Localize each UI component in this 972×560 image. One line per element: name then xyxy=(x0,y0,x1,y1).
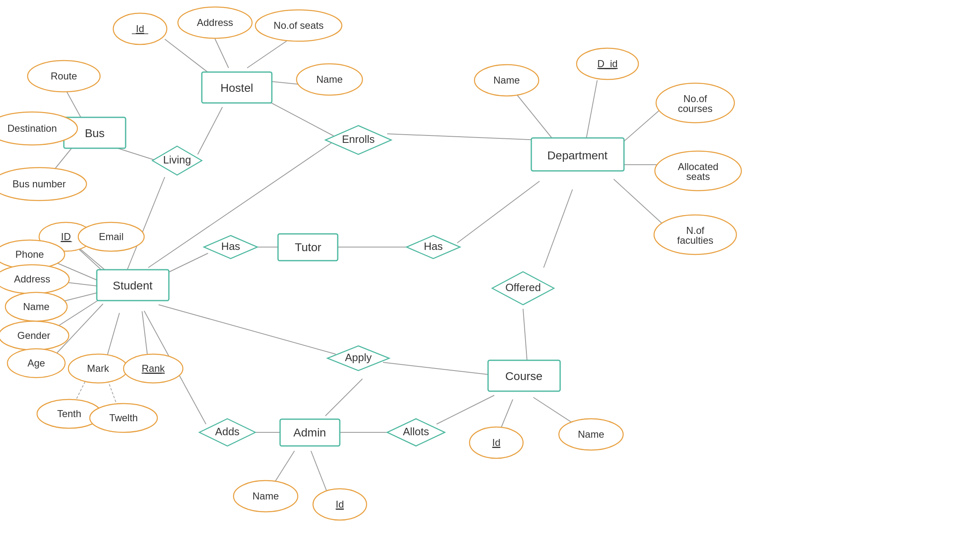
svg-line-32 xyxy=(614,179,663,224)
svg-line-9 xyxy=(264,99,334,136)
attr-dept-courses-label2: courses xyxy=(678,103,713,114)
attr-hostel-name-label: Name xyxy=(316,74,343,85)
attr-dept-did-label: D_id xyxy=(597,58,617,69)
attr-student-gender-label: Gender xyxy=(17,330,50,341)
attr-dept-faculties-label: N.of xyxy=(686,225,704,236)
attr-dept-seats-label: Allocated xyxy=(678,161,719,172)
entity-tutor-label: Tutor xyxy=(295,241,321,254)
entity-admin-label: Admin xyxy=(293,426,326,439)
entity-course-label: Course xyxy=(505,370,542,383)
entity-student-label: Student xyxy=(113,279,153,292)
attr-hostel-seats-label: No.of seats xyxy=(273,20,323,31)
attr-student-email-label: Email xyxy=(99,231,124,242)
attr-student-phone-label: Phone xyxy=(15,249,44,260)
attr-course-id-label: Id xyxy=(492,437,500,448)
attr-bus-destination-label: Destination xyxy=(7,123,57,134)
relation-has-right-label: Has xyxy=(424,240,443,252)
svg-line-27 xyxy=(457,181,540,243)
svg-line-35 xyxy=(159,305,336,354)
attr-student-age-label: Age xyxy=(28,357,45,369)
relation-allots-label: Allots xyxy=(403,425,429,438)
attr-dept-courses-label: No.of xyxy=(683,93,707,104)
attr-student-twelth-label: Twelth xyxy=(109,412,138,423)
svg-line-33 xyxy=(544,189,572,268)
svg-line-4 xyxy=(198,107,222,154)
relation-offered-label: Offered xyxy=(505,281,541,294)
relation-enrolls-label: Enrolls xyxy=(342,133,374,145)
attr-student-tenth-label: Tenth xyxy=(57,408,82,419)
attr-hostel-id-label: Id xyxy=(136,23,144,34)
attr-student-mark-label: Mark xyxy=(87,363,109,374)
attr-hostel-address-label: Address xyxy=(197,17,233,28)
attr-student-rank-label: Rank xyxy=(142,363,165,374)
svg-line-42 xyxy=(325,379,362,416)
attr-admin-name-label: Name xyxy=(252,490,279,502)
attr-dept-faculties-label2: faculties xyxy=(677,235,713,246)
er-diagram: Bus Hostel Student Tutor Department Cour… xyxy=(0,0,972,560)
attr-student-name-label: Name xyxy=(23,301,49,312)
attr-course-name-label: Name xyxy=(578,429,604,440)
relation-living-label: Living xyxy=(163,154,191,166)
entity-department-label: Department xyxy=(547,149,608,162)
attr-bus-route-label: Route xyxy=(51,70,77,82)
svg-line-41 xyxy=(437,395,494,424)
entity-hostel-label: Hostel xyxy=(220,82,253,94)
relation-has-left-label: Has xyxy=(221,240,240,252)
attr-bus-number-label: Bus number xyxy=(12,178,65,189)
svg-line-36 xyxy=(383,362,490,375)
svg-line-7 xyxy=(247,37,292,68)
attr-student-address-label: Address xyxy=(14,273,50,285)
relation-apply-label: Apply xyxy=(345,351,372,364)
svg-line-6 xyxy=(214,37,229,68)
svg-line-10 xyxy=(387,134,540,140)
attr-dept-name-label: Name xyxy=(493,75,520,86)
svg-line-34 xyxy=(523,309,527,362)
attr-dept-seats-label2: seats xyxy=(686,171,710,182)
relation-adds-label: Adds xyxy=(215,425,239,438)
svg-line-29 xyxy=(585,80,597,146)
attr-student-id-label: ID xyxy=(61,231,71,242)
attr-admin-id-label: Id xyxy=(336,499,344,510)
entity-bus-label: Bus xyxy=(85,127,105,140)
